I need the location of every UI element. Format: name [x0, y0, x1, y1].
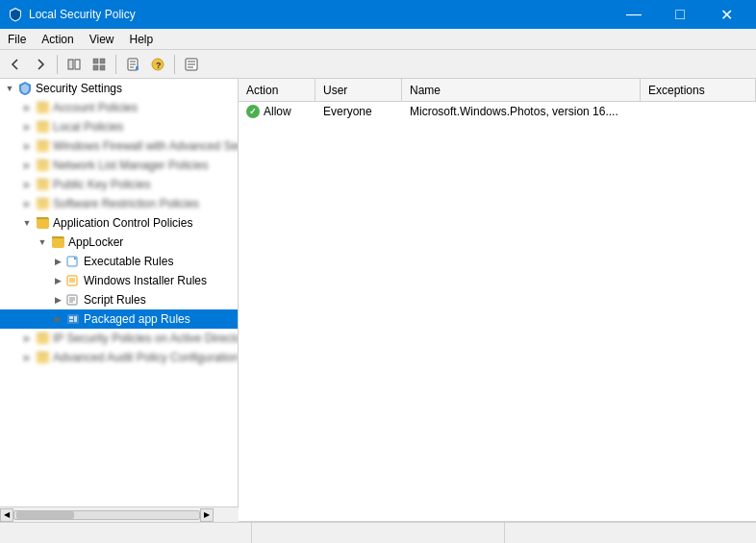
svg-rect-5	[100, 65, 105, 70]
tree-scrollbar-thumb[interactable]	[16, 511, 74, 519]
tree-item-advanced-audit[interactable]: ▶ Advanced Audit Policy Configuration	[0, 348, 238, 367]
header-exceptions[interactable]: Exceptions	[641, 79, 756, 101]
maximize-button[interactable]: □	[658, 0, 702, 29]
menu-help[interactable]: Help	[122, 29, 162, 49]
tree-item-windows-installer-rules[interactable]: ▶ Windows Installer Rules	[0, 271, 238, 290]
expand-network-list[interactable]: ▶	[19, 158, 35, 173]
tree-item-packaged-app-rules[interactable]: ▶ Packaged app Rules	[0, 309, 238, 329]
window-title: Local Security Policy	[29, 8, 136, 21]
tree-scroll-right[interactable]: ▶	[200, 508, 214, 522]
view-button[interactable]	[88, 53, 111, 76]
tree-item-script-rules[interactable]: ▶ Script Rules	[0, 290, 238, 309]
expand-software-restriction[interactable]: ▶	[19, 196, 35, 211]
windows-firewall-icon	[35, 138, 50, 154]
expand-advanced-audit[interactable]: ▶	[19, 350, 35, 365]
expand-account-policies[interactable]: ▶	[19, 100, 35, 115]
cell-name: Microsoft.Windows.Photos, version 16....	[402, 103, 641, 120]
svg-rect-1	[75, 60, 80, 69]
status-section-3	[505, 523, 756, 543]
tree-item-local-policies[interactable]: ▶ Local Policies	[0, 117, 238, 136]
ip-security-label: IP Security Policies on Active Directo..…	[53, 332, 239, 345]
svg-rect-20	[69, 278, 75, 283]
tree-scrollbar-track[interactable]	[13, 510, 200, 520]
tree-root-label: Security Settings	[36, 82, 122, 95]
help-button[interactable]: ?	[146, 53, 169, 76]
tree-item-software-restriction[interactable]: ▶ Software Restriction Policies	[0, 194, 238, 213]
tree-item-network-list[interactable]: ▶ Network List Manager Policies	[0, 156, 238, 175]
advanced-audit-label: Advanced Audit Policy Configuration	[53, 351, 239, 364]
allow-icon: ✓	[246, 105, 260, 118]
tree-item-app-control[interactable]: ▼ Application Control Policies	[0, 213, 238, 233]
header-action[interactable]: Action	[239, 79, 315, 101]
expand-local-policies[interactable]: ▶	[19, 119, 35, 135]
expand-executable-rules[interactable]: ▶	[50, 254, 65, 269]
app-control-icon	[35, 215, 50, 231]
toolbar-separator-1	[57, 55, 58, 74]
close-button[interactable]: ✕	[704, 0, 748, 29]
svg-rect-4	[93, 65, 98, 70]
advanced-audit-icon	[35, 350, 50, 365]
window-controls: — □ ✕	[612, 0, 748, 29]
svg-rect-28	[69, 320, 73, 322]
toolbar: ?	[0, 50, 756, 79]
table-row[interactable]: ✓ Allow Everyone Microsoft.Windows.Photo…	[239, 102, 756, 121]
tree-item-executable-rules[interactable]: ▶ Executable Rules	[0, 252, 238, 271]
export-button[interactable]	[180, 53, 203, 76]
menu-action[interactable]: Action	[34, 29, 81, 49]
toolbar-separator-2	[115, 55, 116, 74]
tree-root-expand[interactable]: ▼	[2, 81, 17, 96]
tree-item-ip-security[interactable]: ▶ IP Security Policies on Active Directo…	[0, 329, 238, 348]
network-list-label: Network List Manager Policies	[53, 159, 208, 172]
tree-item-windows-firewall[interactable]: ▶ Windows Firewall with Advanced Sec...	[0, 136, 238, 156]
tree-item-applocker[interactable]: ▼ AppLocker	[0, 233, 238, 252]
packaged-app-rules-icon	[65, 311, 81, 327]
properties-button[interactable]	[121, 53, 144, 76]
expand-ip-security[interactable]: ▶	[19, 331, 35, 346]
tree-root[interactable]: ▼ Security Settings	[0, 79, 238, 98]
tree-scroll-left[interactable]: ◀	[0, 508, 13, 522]
windows-firewall-label: Windows Firewall with Advanced Sec...	[53, 139, 239, 153]
list-content: ✓ Allow Everyone Microsoft.Windows.Photo…	[239, 102, 756, 521]
expand-windows-installer-rules[interactable]: ▶	[50, 273, 65, 288]
show-scope-button[interactable]	[63, 53, 86, 76]
expand-app-control[interactable]: ▼	[19, 215, 35, 231]
script-rules-label: Script Rules	[84, 293, 146, 307]
cell-user: Everyone	[315, 103, 402, 120]
tree-item-account-policies[interactable]: ▶ Account Policies	[0, 98, 238, 117]
list-header: Action User Name Exceptions	[239, 79, 756, 102]
svg-text:?: ?	[156, 61, 162, 70]
status-section-1	[0, 523, 252, 543]
account-policies-icon	[35, 100, 50, 115]
expand-script-rules[interactable]: ▶	[50, 292, 65, 308]
svg-rect-2	[93, 59, 98, 63]
svg-rect-27	[74, 316, 77, 322]
svg-rect-10	[136, 66, 139, 70]
tree-scrollbar[interactable]: ◀ ▶	[0, 506, 239, 521]
executable-rules-label: Executable Rules	[84, 255, 173, 268]
packaged-app-rules-label: Packaged app Rules	[84, 312, 190, 326]
security-settings-icon	[17, 81, 33, 96]
app-icon	[8, 7, 23, 22]
expand-packaged-app-rules[interactable]: ▶	[50, 311, 65, 327]
tree-item-public-key[interactable]: ▶ Public Key Policies	[0, 175, 238, 194]
forward-button[interactable]	[29, 53, 52, 76]
cell-exceptions	[641, 110, 756, 113]
header-name[interactable]: Name	[402, 79, 641, 101]
minimize-button[interactable]: —	[612, 0, 656, 29]
title-bar: Local Security Policy — □ ✕	[0, 0, 756, 29]
menu-view[interactable]: View	[82, 29, 122, 49]
script-rules-icon	[65, 292, 81, 308]
header-user[interactable]: User	[315, 79, 402, 101]
status-section-2	[252, 523, 504, 543]
expand-windows-firewall[interactable]: ▶	[19, 138, 35, 154]
software-restriction-icon	[35, 196, 50, 211]
svg-rect-0	[68, 60, 73, 69]
expand-public-key[interactable]: ▶	[19, 177, 35, 192]
windows-installer-rules-icon	[65, 273, 81, 288]
menu-file[interactable]: File	[0, 29, 34, 49]
back-button[interactable]	[4, 53, 27, 76]
svg-rect-26	[69, 316, 73, 319]
title-bar-left: Local Security Policy	[8, 7, 136, 22]
software-restriction-label: Software Restriction Policies	[53, 197, 199, 210]
expand-applocker[interactable]: ▼	[35, 234, 50, 250]
